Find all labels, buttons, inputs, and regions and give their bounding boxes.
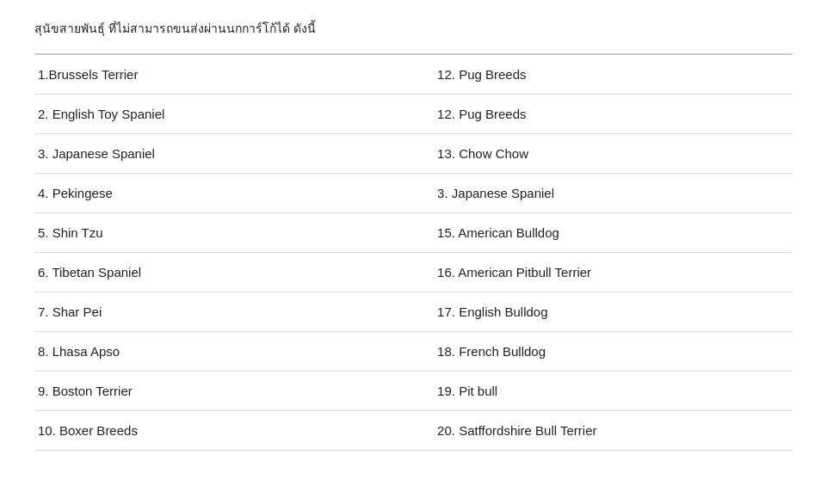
table-row: 10. Boxer Breeds20. Satffordshire Bull T… bbox=[34, 411, 793, 451]
breed-left: 4. Pekingese bbox=[34, 174, 429, 212]
breed-left: 2. English Toy Spaniel bbox=[34, 95, 429, 133]
breed-left: 9. Boston Terrier bbox=[34, 372, 429, 410]
breed-right: 12. Pug Breeds bbox=[429, 95, 793, 133]
breed-right: 19. Pit bull bbox=[429, 372, 793, 410]
table-row: 6. Tibetan Spaniel16. American Pitbull T… bbox=[34, 253, 793, 292]
breed-right: 17. English Bulldog bbox=[429, 292, 793, 331]
breed-right: 13. Chow Chow bbox=[429, 134, 793, 173]
breed-left: 10. Boxer Breeds bbox=[34, 411, 429, 450]
table-row: 3. Japanese Spaniel13. Chow Chow bbox=[34, 134, 793, 174]
page-header: สุนัขสายพันธุ์ ที่ไม่สามารถขนส่งผ่านนกกา… bbox=[34, 10, 793, 54]
breed-left: 5. Shin Tzu bbox=[34, 213, 429, 252]
breed-right: 20. Satffordshire Bull Terrier bbox=[429, 411, 793, 450]
table-row: 4. Pekingese3. Japanese Spaniel bbox=[34, 174, 793, 213]
breed-left: 7. Shar Pei bbox=[34, 292, 429, 331]
table-row: 7. Shar Pei17. English Bulldog bbox=[34, 292, 793, 332]
table-row: 2. English Toy Spaniel12. Pug Breeds bbox=[34, 95, 793, 134]
table-row: 1.Brussels Terrier12. Pug Breeds bbox=[34, 54, 793, 95]
breed-left: 6. Tibetan Spaniel bbox=[34, 253, 429, 292]
breed-right: 15. American Bulldog bbox=[429, 213, 793, 252]
table-row: 9. Boston Terrier19. Pit bull bbox=[34, 372, 793, 411]
breed-left: 1.Brussels Terrier bbox=[34, 55, 429, 94]
table-row: 5. Shin Tzu15. American Bulldog bbox=[34, 213, 793, 253]
breed-right: 16. American Pitbull Terrier bbox=[429, 253, 793, 292]
table-row: 8. Lhasa Apso18. French Bulldog bbox=[34, 332, 793, 372]
breed-right: 12. Pug Breeds bbox=[429, 55, 793, 94]
breed-left: 8. Lhasa Apso bbox=[34, 332, 429, 371]
breed-right: 3. Japanese Spaniel bbox=[429, 174, 793, 212]
breed-left: 3. Japanese Spaniel bbox=[34, 134, 429, 173]
breed-right: 18. French Bulldog bbox=[429, 332, 793, 371]
breeds-table: 1.Brussels Terrier12. Pug Breeds2. Engli… bbox=[34, 54, 793, 451]
